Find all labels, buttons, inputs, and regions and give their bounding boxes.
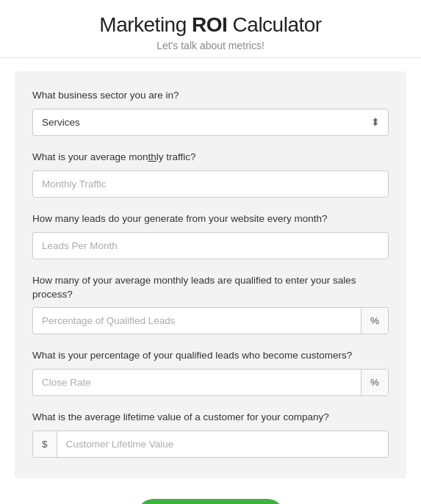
field-leads-per-month: How many leads do your generate from you… bbox=[32, 212, 389, 259]
continue-button[interactable]: CONTINUE bbox=[136, 499, 284, 504]
lifetime-value-input-wrapper: $ bbox=[32, 431, 389, 458]
label-business-sector: What business sector you are in? bbox=[32, 89, 389, 103]
leads-per-month-input-wrapper bbox=[32, 232, 389, 259]
field-monthly-traffic: What is your average monthly traffic? bbox=[32, 151, 389, 198]
label-lifetime-value: What is the average lifetime value of a … bbox=[32, 411, 389, 425]
business-sector-select[interactable]: Services Technology Healthcare Finance R… bbox=[32, 109, 389, 136]
page-title: Marketing ROI Calculator bbox=[15, 13, 406, 37]
leads-per-month-input[interactable] bbox=[33, 233, 388, 259]
dollar-prefix: $ bbox=[33, 431, 57, 457]
select-wrapper-business-sector: Services Technology Healthcare Finance R… bbox=[32, 109, 389, 136]
label-qualified-leads: How many of your average monthly leads a… bbox=[32, 274, 389, 302]
qualified-leads-input[interactable] bbox=[33, 308, 361, 334]
form-card: What business sector you are in? Service… bbox=[15, 71, 406, 478]
field-close-rate: What is your percentage of your qualifie… bbox=[32, 349, 389, 396]
page-subtitle: Let's talk about metrics! bbox=[15, 40, 406, 51]
field-business-sector: What business sector you are in? Service… bbox=[32, 89, 389, 136]
field-lifetime-value: What is the average lifetime value of a … bbox=[32, 411, 389, 458]
monthly-traffic-input-wrapper bbox=[32, 170, 389, 198]
percent-suffix-close-rate: % bbox=[361, 370, 388, 395]
close-rate-input-wrapper: % bbox=[32, 369, 389, 396]
label-close-rate: What is your percentage of your qualifie… bbox=[32, 349, 389, 363]
continue-button-wrapper: CONTINUE bbox=[136, 499, 284, 504]
lifetime-value-input[interactable] bbox=[57, 431, 388, 457]
label-leads-per-month: How many leads do your generate from you… bbox=[32, 212, 389, 226]
close-rate-input[interactable] bbox=[33, 370, 361, 395]
label-monthly-traffic: What is your average monthly traffic? bbox=[32, 151, 389, 165]
monthly-traffic-input[interactable] bbox=[33, 171, 388, 197]
percent-suffix-qualified: % bbox=[361, 308, 388, 334]
field-qualified-leads: How many of your average monthly leads a… bbox=[32, 274, 389, 335]
qualified-leads-input-wrapper: % bbox=[32, 307, 389, 334]
page-header: Marketing ROI Calculator Let's talk abou… bbox=[0, 0, 421, 58]
